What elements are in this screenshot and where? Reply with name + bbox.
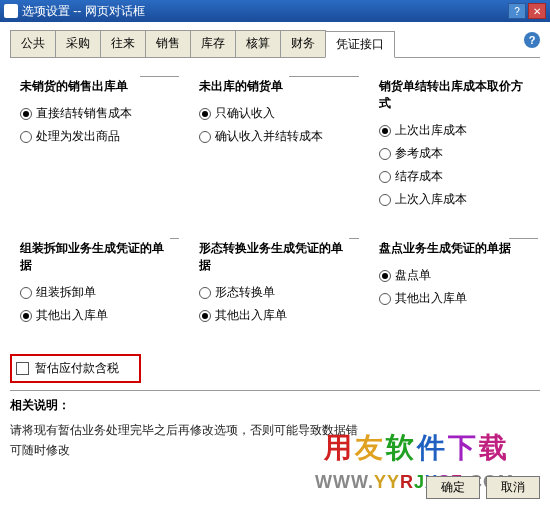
radio-icon — [379, 194, 391, 206]
radio-other-io-2[interactable]: 其他出入库单 — [199, 307, 354, 324]
radio-icon — [199, 310, 211, 322]
tab-voucher-interface[interactable]: 凭证接口 — [325, 31, 395, 58]
radio-icon — [199, 131, 211, 143]
radio-revenue-and-cost[interactable]: 确认收入并结转成本 — [199, 128, 354, 145]
radio-last-out-cost[interactable]: 上次出库成本 — [379, 122, 534, 139]
help-button[interactable]: ? — [508, 3, 526, 19]
radio-icon — [199, 287, 211, 299]
tab-panel: 未销货的销售出库单 直接结转销售成本 处理为发出商品 未出库的销货单 — [10, 58, 540, 383]
tab-sales[interactable]: 销售 — [145, 30, 191, 57]
radio-icon — [379, 293, 391, 305]
tab-public[interactable]: 公共 — [10, 30, 56, 57]
radio-icon — [379, 270, 391, 282]
app-icon — [4, 4, 18, 18]
radio-icon — [379, 171, 391, 183]
cancel-button[interactable]: 取消 — [486, 476, 540, 499]
tab-purchase[interactable]: 采购 — [55, 30, 101, 57]
tab-contacts[interactable]: 往来 — [100, 30, 146, 57]
radio-icon — [20, 287, 32, 299]
radio-icon — [20, 310, 32, 322]
estimated-tax-checkbox[interactable] — [16, 362, 29, 375]
radio-other-io-1[interactable]: 其他出入库单 — [20, 307, 175, 324]
group-unsold-outbound: 未销货的销售出库单 直接结转销售成本 处理为发出商品 — [10, 70, 181, 220]
ok-button[interactable]: 确定 — [426, 476, 480, 499]
radio-icon — [20, 108, 32, 120]
estimated-tax-highlight: 暂估应付款含税 — [10, 354, 141, 383]
radio-assembly-doc[interactable]: 组装拆卸单 — [20, 284, 175, 301]
tab-accounting[interactable]: 核算 — [235, 30, 281, 57]
radio-stocktake-doc[interactable]: 盘点单 — [379, 267, 534, 284]
related-line1: 请将现有暂估业务处理完毕之后再修改选项，否则可能导致数据错 — [10, 420, 540, 440]
group-assembly: 组装拆卸业务生成凭证的单据 组装拆卸单 其他出入库单 — [10, 232, 181, 336]
help-icon[interactable]: ? — [524, 32, 540, 48]
window-title: 选项设置 -- 网页对话框 — [22, 3, 145, 20]
window-titlebar: 选项设置 -- 网页对话框 ? ✕ — [0, 0, 550, 22]
footer-buttons: 确定 取消 — [426, 476, 540, 499]
radio-direct-cost[interactable]: 直接结转销售成本 — [20, 105, 175, 122]
radio-form-convert-doc[interactable]: 形态转换单 — [199, 284, 354, 301]
radio-icon — [20, 131, 32, 143]
related-line2: 可随时修改 — [10, 440, 540, 460]
radio-balance-cost[interactable]: 结存成本 — [379, 168, 534, 185]
group-unshipped-sales: 未出库的销货单 只确认收入 确认收入并结转成本 — [189, 70, 360, 220]
group-form-convert: 形态转换业务生成凭证的单据 形态转换单 其他出入库单 — [189, 232, 360, 336]
tab-inventory[interactable]: 库存 — [190, 30, 236, 57]
tab-finance[interactable]: 财务 — [280, 30, 326, 57]
radio-other-io-3[interactable]: 其他出入库单 — [379, 290, 534, 307]
radio-revenue-only[interactable]: 只确认收入 — [199, 105, 354, 122]
group-stocktake: 盘点业务生成凭证的单据 盘点单 其他出入库单 — [369, 232, 540, 336]
radio-icon — [379, 125, 391, 137]
radio-icon — [199, 108, 211, 120]
radio-as-shipped[interactable]: 处理为发出商品 — [20, 128, 175, 145]
group-cost-price-method: 销货单结转出库成本取价方式 上次出库成本 参考成本 结存成本 — [369, 70, 540, 220]
estimated-tax-label: 暂估应付款含税 — [35, 360, 119, 377]
close-button[interactable]: ✕ — [528, 3, 546, 19]
related-header: 相关说明： — [10, 390, 540, 414]
radio-icon — [379, 148, 391, 160]
tab-bar: 公共 采购 往来 销售 库存 核算 财务 凭证接口 ? — [10, 30, 540, 58]
radio-last-in-cost[interactable]: 上次入库成本 — [379, 191, 534, 208]
related-section: 相关说明： 请将现有暂估业务处理完毕之后再修改选项，否则可能导致数据错 可随时修… — [10, 390, 540, 461]
radio-ref-cost[interactable]: 参考成本 — [379, 145, 534, 162]
